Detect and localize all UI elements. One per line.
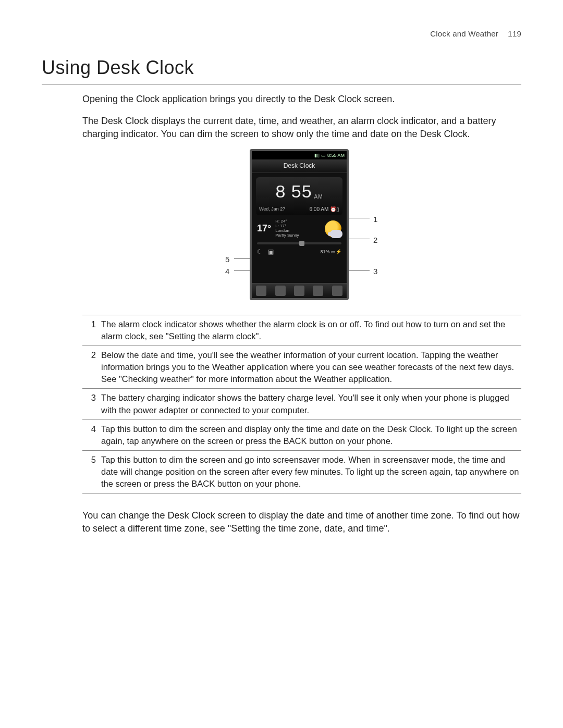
page-header: Clock and Weather 119 bbox=[42, 28, 521, 39]
status-time: 8:55 AM bbox=[327, 152, 345, 159]
condition: Partly Sunny bbox=[275, 233, 299, 238]
tab-deskclock-icon[interactable] bbox=[256, 286, 266, 296]
table-row: 5 Tap this button to dim the screen and … bbox=[82, 451, 521, 493]
callout-label-4: 4 bbox=[225, 266, 229, 277]
controls-row: ☾ ▣ 81% ▭⚡ bbox=[257, 248, 341, 256]
row-number: 5 bbox=[82, 454, 101, 490]
weather-block[interactable]: 17° H: 24° L: 17° London Partly Sunny bbox=[256, 217, 342, 240]
page-title: Using Desk Clock bbox=[42, 55, 521, 81]
signal-icon: ▮▯ bbox=[314, 152, 320, 159]
manual-page: Clock and Weather 119 Using Desk Clock O… bbox=[0, 0, 563, 728]
battery-percent: 81% bbox=[320, 249, 329, 254]
title-rule bbox=[42, 84, 521, 84]
dim-icon[interactable]: ☾ bbox=[257, 248, 263, 256]
big-time-ampm: AM bbox=[314, 193, 323, 201]
body: Opening the Clock application brings you… bbox=[82, 93, 521, 535]
alarm-time: 6:00 AM bbox=[310, 206, 329, 212]
row-number: 3 bbox=[82, 392, 101, 416]
dock-icon[interactable]: ▣ bbox=[268, 248, 274, 256]
callout-line-2 bbox=[349, 239, 370, 239]
table-row: 1 The alarm clock indicator shows whethe… bbox=[82, 315, 521, 346]
tab-alarm-icon[interactable] bbox=[294, 286, 304, 296]
alarm-indicator: 6:00 AM ⏰▯ bbox=[310, 206, 339, 213]
row-number: 2 bbox=[82, 349, 101, 385]
callout-label-3: 3 bbox=[373, 266, 377, 277]
page-number: 119 bbox=[508, 29, 521, 38]
callout-line-1 bbox=[349, 218, 370, 218]
row-number: 4 bbox=[82, 423, 101, 447]
brightness-slider[interactable] bbox=[257, 242, 341, 244]
weather-icon bbox=[325, 220, 341, 237]
row-number: 1 bbox=[82, 318, 101, 342]
tab-timer-icon[interactable] bbox=[332, 286, 342, 296]
row-text: The alarm clock indicator shows whether … bbox=[101, 318, 521, 342]
section-name: Clock and Weather bbox=[430, 29, 498, 38]
callout-label-5: 5 bbox=[225, 254, 229, 265]
status-bar: ▮▯ ▭ 8:55 AM bbox=[252, 151, 347, 159]
bottom-tab-bar bbox=[252, 283, 347, 298]
phone-screenshot: ▮▯ ▭ 8:55 AM Desk Clock 8 55 AM Wed, Jan… bbox=[250, 149, 349, 300]
clock-block: 8 55 AM Wed, Jan 27 6:00 AM ⏰▯ bbox=[256, 177, 342, 216]
callout-line-3 bbox=[349, 270, 370, 270]
battery-icon: ▭ bbox=[321, 152, 326, 159]
date-text: Wed, Jan 27 bbox=[259, 206, 285, 213]
callout-table: 1 The alarm clock indicator shows whethe… bbox=[82, 315, 521, 493]
app-title: Desk Clock bbox=[252, 159, 347, 173]
temperature: 17° bbox=[257, 222, 271, 235]
big-time-digits: 8 55 bbox=[275, 179, 312, 204]
callout-label-1: 1 bbox=[373, 214, 377, 225]
date-line: Wed, Jan 27 6:00 AM ⏰▯ bbox=[259, 206, 339, 213]
closing-para: You can change the Desk Clock screen to … bbox=[82, 509, 521, 535]
battery-indicator: 81% ▭⚡ bbox=[320, 249, 341, 255]
row-text: The battery charging indicator shows the… bbox=[101, 392, 521, 416]
row-text: Below the date and time, you'll see the … bbox=[101, 349, 521, 385]
table-row: 2 Below the date and time, you'll see th… bbox=[82, 346, 521, 389]
tab-stopwatch-icon[interactable] bbox=[313, 286, 323, 296]
intro-para-2: The Desk Clock displays the current date… bbox=[82, 115, 521, 141]
tab-worldclock-icon[interactable] bbox=[275, 286, 286, 296]
intro-para-1: Opening the Clock application brings you… bbox=[82, 93, 521, 106]
table-row: 4 Tap this button to dim the screen and … bbox=[82, 420, 521, 451]
big-time: 8 55 AM bbox=[259, 179, 339, 204]
callout-label-2: 2 bbox=[373, 235, 377, 245]
table-row: 3 The battery charging indicator shows t… bbox=[82, 389, 521, 419]
row-text: Tap this button to dim the screen and di… bbox=[101, 423, 521, 447]
desk-clock-figure: 1 2 3 4 5 ▮▯ ▭ 8:55 AM Desk Clock 8 55 bbox=[211, 149, 393, 305]
row-text: Tap this button to dim the screen and go… bbox=[101, 454, 521, 490]
